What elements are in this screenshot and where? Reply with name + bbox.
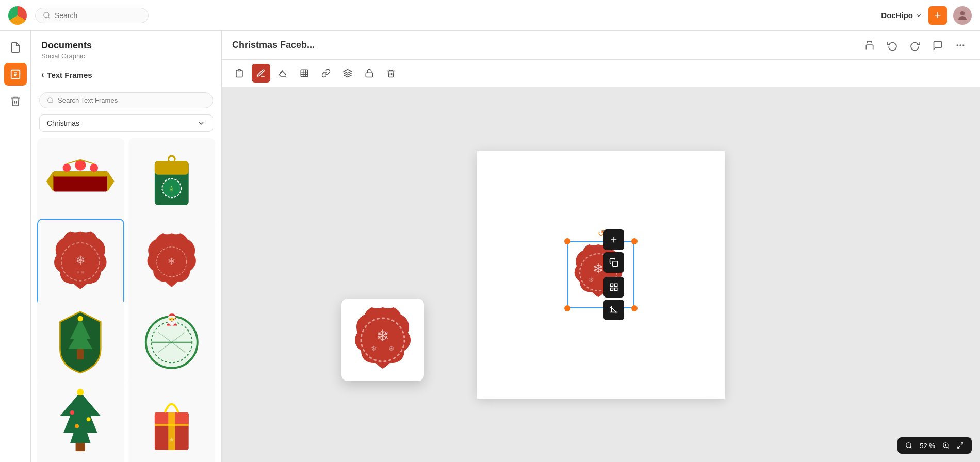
corner-handle-tr[interactable]: [631, 238, 638, 244]
svg-text:❄: ❄: [388, 344, 395, 353]
svg-rect-59: [613, 261, 618, 266]
comment-button[interactable]: [928, 36, 947, 55]
chevron-down-icon: [197, 119, 205, 127]
float-toolbar: [603, 229, 624, 320]
top-nav: DocHipo +: [0, 0, 980, 31]
app-logo[interactable]: [8, 6, 27, 25]
canvas-document[interactable]: ↺ ❄ ❄ ❄: [477, 151, 725, 399]
svg-text:🎅: 🎅: [165, 313, 179, 326]
lock-tool-btn[interactable]: [360, 64, 379, 82]
add-element-button[interactable]: [603, 229, 624, 250]
svg-point-52: [957, 45, 958, 46]
canvas-toolbar: Christmas Faceb...: [222, 31, 980, 60]
canvas-tool-bar: [222, 60, 980, 87]
search-bar[interactable]: [35, 8, 149, 23]
svg-marker-12: [46, 172, 53, 192]
undo-button[interactable]: [883, 36, 902, 55]
zoom-out-button[interactable]: [903, 439, 915, 452]
back-arrow-icon: ‹: [41, 70, 44, 79]
documents-subtitle: Social Graphic: [41, 52, 211, 60]
svg-line-2: [48, 16, 50, 18]
fullscreen-button[interactable]: [954, 439, 967, 452]
svg-text:❄: ❄: [376, 327, 389, 345]
delete-tool-btn[interactable]: [382, 64, 400, 82]
svg-text:❄: ❄: [593, 261, 604, 276]
svg-line-75: [910, 447, 912, 449]
svg-rect-44: [76, 443, 85, 452]
canvas-selected-element[interactable]: ↺ ❄ ❄ ❄: [567, 241, 634, 308]
frame-item[interactable]: ★: [128, 380, 216, 462]
layers-tool-btn[interactable]: [338, 64, 357, 82]
svg-point-32: [78, 316, 84, 322]
svg-point-8: [48, 98, 53, 103]
texture-tool-btn[interactable]: [295, 64, 314, 82]
sidebar-item-trash[interactable]: [4, 90, 27, 112]
svg-rect-20: [155, 161, 189, 175]
zoom-value: 52 %: [917, 442, 938, 450]
paste-tool-btn[interactable]: [230, 64, 249, 82]
add-button[interactable]: +: [928, 6, 947, 25]
crop-button[interactable]: [603, 300, 624, 320]
svg-point-42: [87, 418, 91, 422]
user-avatar[interactable]: [953, 6, 972, 25]
frame-item[interactable]: [37, 380, 124, 462]
svg-text:❄: ❄: [75, 254, 86, 268]
zoom-bar: 52 %: [897, 437, 972, 454]
search-icon: [43, 11, 51, 19]
svg-rect-60: [610, 284, 613, 286]
svg-point-3: [960, 11, 965, 15]
svg-rect-56: [366, 73, 373, 77]
svg-text:🎄: 🎄: [168, 186, 175, 193]
link-tool-btn[interactable]: [317, 64, 335, 82]
frame-item[interactable]: [37, 299, 124, 386]
more-options-button[interactable]: [951, 36, 970, 55]
selection-box: ↺ ❄ ❄ ❄: [567, 241, 634, 308]
category-dropdown[interactable]: Christmas: [39, 114, 213, 132]
svg-rect-62: [610, 288, 613, 290]
brand-label[interactable]: DocHipo: [881, 11, 922, 20]
section-back[interactable]: ‹ Text Frames: [31, 64, 221, 86]
search-frames-bar[interactable]: [39, 92, 213, 108]
nav-right: DocHipo +: [881, 6, 972, 25]
canvas-workspace[interactable]: ↺ ❄ ❄ ❄: [222, 87, 980, 462]
grid-view-button[interactable]: [603, 277, 624, 298]
save-cloud-button[interactable]: [860, 36, 879, 55]
svg-text:★: ★: [169, 436, 175, 443]
category-label: Christmas: [47, 119, 79, 127]
documents-title: Documents: [41, 40, 211, 51]
svg-rect-11: [54, 172, 108, 177]
draw-tool-btn[interactable]: [252, 64, 270, 82]
frame-item[interactable]: [37, 138, 124, 225]
canvas-actions: [860, 36, 970, 55]
svg-point-43: [75, 424, 79, 428]
icon-sidebar: [0, 31, 31, 462]
sidebar-item-documents[interactable]: [4, 36, 27, 59]
corner-handle-bl[interactable]: [564, 305, 570, 311]
search-input[interactable]: [55, 11, 132, 20]
svg-marker-55: [344, 70, 352, 74]
frame-item-selected[interactable]: ❄ ❄ ❄: [37, 219, 124, 306]
svg-line-78: [948, 447, 949, 449]
frame-item[interactable]: 🎄: [128, 138, 216, 225]
frame-item[interactable]: ❄: [128, 219, 216, 306]
svg-text:❄: ❄: [371, 344, 377, 353]
svg-point-14: [63, 164, 71, 172]
svg-marker-13: [108, 172, 115, 192]
sidebar-item-text-frames[interactable]: [4, 63, 27, 86]
search-frames-input[interactable]: [58, 96, 205, 104]
duplicate-element-button[interactable]: [603, 252, 624, 273]
svg-rect-54: [301, 70, 308, 77]
svg-point-16: [90, 164, 99, 172]
hover-preview: ❄ ❄ ❄: [341, 299, 424, 381]
svg-rect-63: [615, 288, 617, 290]
svg-line-82: [958, 446, 960, 448]
corner-handle-tl[interactable]: [564, 238, 570, 244]
redo-button[interactable]: [906, 36, 924, 55]
svg-line-81: [961, 443, 963, 445]
svg-text:❄: ❄: [168, 256, 175, 267]
corner-handle-br[interactable]: [631, 305, 638, 311]
svg-point-51: [963, 45, 964, 46]
eraser-tool-btn[interactable]: [273, 64, 292, 82]
zoom-in-button[interactable]: [940, 439, 952, 452]
frame-item[interactable]: 🎅: [128, 299, 216, 386]
